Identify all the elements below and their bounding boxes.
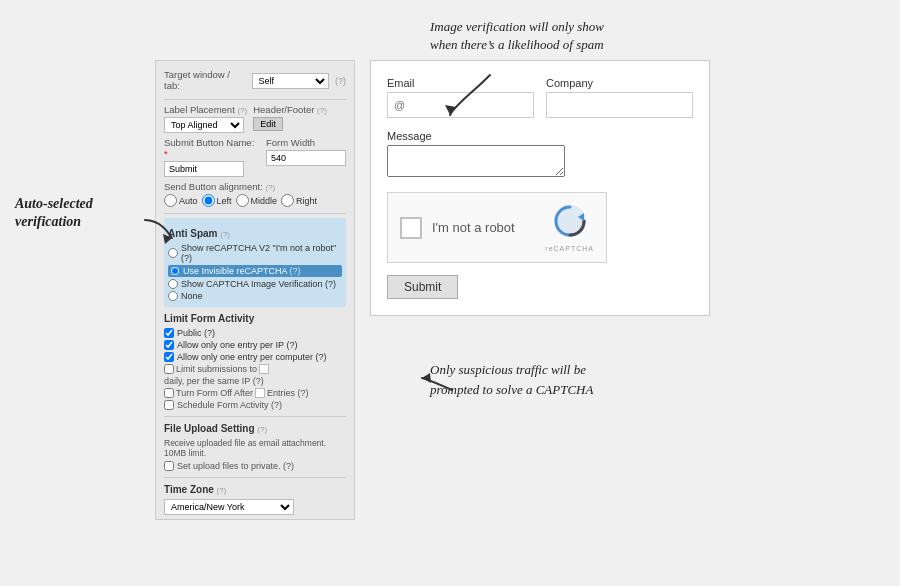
limit-public-checkbox[interactable]	[164, 328, 174, 338]
limit-schedule-checkbox[interactable]	[164, 400, 174, 410]
antispam-image-radio[interactable]	[168, 279, 178, 289]
antispam-invisible-radio[interactable]	[170, 266, 180, 276]
recaptcha-brand-text: reCAPTCHA	[545, 245, 594, 252]
limit-schedule: Schedule Form Activity (?)	[164, 400, 346, 410]
form-width-col: Form Width	[266, 137, 346, 166]
antispam-recaptcha-v2: Show reCAPTCHA V2 "I'm not a robot" (?)	[168, 243, 342, 263]
recaptcha-label: I'm not a robot	[432, 220, 515, 235]
svg-point-0	[554, 205, 586, 237]
message-field-group: Message	[387, 130, 693, 180]
company-label: Company	[546, 77, 693, 89]
label-placement-col: Label Placement (?) Top Aligned	[164, 104, 247, 133]
limit-turnoff-checkbox[interactable]	[164, 388, 174, 398]
form-width-input[interactable]	[266, 150, 346, 166]
message-label: Message	[387, 130, 693, 142]
limit-submissions: Limit submissions to daily, per the same…	[164, 364, 346, 386]
annotation-left-line1: Auto-selected	[15, 195, 93, 213]
annotation-top-line1: Image verification will only show	[430, 18, 604, 36]
alignment-row: Send Button alignment: (?) Auto Left Mid…	[164, 181, 346, 207]
annotation-top: Image verification will only show when t…	[430, 18, 604, 54]
label-placement-row: Label Placement (?) Top Aligned Header/F…	[164, 104, 346, 133]
header-footer-edit-button[interactable]: Edit	[253, 117, 283, 131]
recaptcha-checkbox[interactable]	[400, 217, 422, 239]
recaptcha-logo-icon	[552, 203, 588, 245]
limit-submissions-checkbox[interactable]	[164, 364, 174, 374]
limit-per-computer: Allow only one entry per computer (?)	[164, 352, 346, 362]
target-row: Target window / tab: Self (?)	[164, 69, 346, 93]
target-select[interactable]: Self	[252, 73, 329, 89]
timezone-select[interactable]: America/New York	[164, 499, 294, 515]
alignment-label: Send Button alignment: (?)	[164, 181, 346, 192]
antispam-section: Anti Spam (?) Show reCAPTCHA V2 "I'm not…	[164, 218, 346, 307]
submit-btn-name-input[interactable]	[164, 161, 244, 177]
email-input[interactable]	[387, 92, 534, 118]
timezone-section: Time Zone (?) America/New York	[164, 484, 346, 515]
file-upload-desc: Receive uploaded file as email attachmen…	[164, 438, 346, 458]
file-upload-header: File Upload Setting (?)	[164, 423, 346, 434]
limit-section: Limit Form Activity Public (?) Allow onl…	[164, 313, 346, 410]
limit-turnoff: Turn Form Off After Entries (?)	[164, 388, 346, 398]
company-input[interactable]	[546, 92, 693, 118]
limit-public: Public (?)	[164, 328, 346, 338]
annotation-bottom-line1: Only suspicious traffic will be	[430, 360, 593, 380]
header-footer-col: Header/Footer (?) Edit	[253, 104, 327, 131]
submit-btn-name-col: Submit Button Name: *	[164, 137, 260, 177]
form-width-label: Form Width	[266, 137, 346, 148]
label-placement-select[interactable]: Top Aligned	[164, 117, 244, 133]
submit-btn-name-label: Submit Button Name: *	[164, 137, 260, 159]
antispam-recaptcha-v2-radio[interactable]	[168, 248, 178, 258]
antispam-none-radio[interactable]	[168, 291, 178, 301]
settings-panel: Target window / tab: Self (?) Label Plac…	[155, 60, 355, 520]
recaptcha-widget: I'm not a robot reCAPTCHA	[387, 192, 607, 263]
antispam-header: Anti Spam (?)	[168, 228, 342, 239]
timezone-header: Time Zone (?)	[164, 484, 346, 495]
alignment-radio-group: Auto Left Middle Right	[164, 194, 346, 207]
submit-formwidth-row: Submit Button Name: * Form Width	[164, 137, 346, 177]
header-footer-label: Header/Footer (?)	[253, 104, 327, 115]
recaptcha-right: reCAPTCHA	[545, 203, 594, 252]
annotation-left: Auto-selected verification	[15, 195, 93, 231]
recaptcha-left: I'm not a robot	[400, 217, 515, 239]
limit-header: Limit Form Activity	[164, 313, 346, 324]
alignment-left[interactable]: Left	[202, 194, 232, 207]
limit-per-ip-checkbox[interactable]	[164, 340, 174, 350]
limit-per-computer-checkbox[interactable]	[164, 352, 174, 362]
target-label: Target window / tab:	[164, 69, 246, 91]
limit-turnoff-input[interactable]	[255, 388, 265, 398]
antispam-invisible: Use Invisible reCAPTCHA (?)	[168, 265, 342, 277]
company-field-group: Company	[546, 77, 693, 118]
submit-button[interactable]: Submit	[387, 275, 458, 299]
limit-submissions-input[interactable]	[259, 364, 269, 374]
message-textarea[interactable]	[387, 145, 565, 177]
alignment-right[interactable]: Right	[281, 194, 317, 207]
email-company-row: Email Company	[387, 77, 693, 118]
antispam-image: Show CAPTCHA Image Verification (?)	[168, 279, 342, 289]
annotation-top-line2: when there’s a likelihood of spam	[430, 36, 604, 54]
antispam-none: None	[168, 291, 342, 301]
email-field-group: Email	[387, 77, 534, 118]
annotation-left-line2: verification	[15, 213, 93, 231]
annotation-bottom-line2: prompted to solve a CAPTCHA	[430, 380, 593, 400]
alignment-auto[interactable]: Auto	[164, 194, 198, 207]
file-upload-private: Set upload files to private. (?)	[164, 461, 346, 471]
annotation-bottom: Only suspicious traffic will be prompted…	[430, 360, 593, 399]
form-preview: Email Company Message I'm not a robot	[370, 60, 710, 316]
limit-per-ip: Allow only one entry per IP (?)	[164, 340, 346, 350]
help-icon: (?)	[335, 76, 346, 86]
file-upload-section: File Upload Setting (?) Receive uploaded…	[164, 423, 346, 471]
alignment-middle[interactable]: Middle	[236, 194, 278, 207]
file-upload-private-checkbox[interactable]	[164, 461, 174, 471]
label-placement-label: Label Placement (?)	[164, 104, 247, 115]
email-label: Email	[387, 77, 534, 89]
main-container: Target window / tab: Self (?) Label Plac…	[0, 0, 900, 586]
